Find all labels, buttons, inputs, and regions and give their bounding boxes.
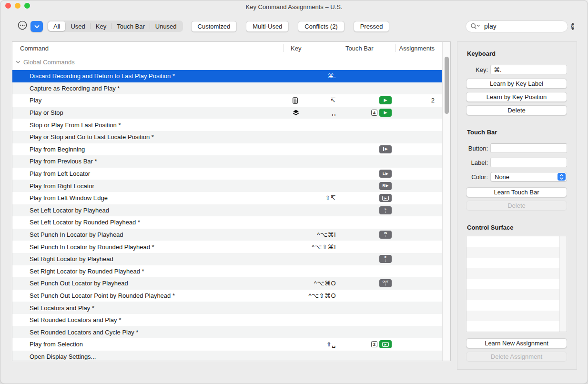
command-name: Set Rounded Locators and Cycle Play *	[12, 329, 284, 336]
scrollbar-thumb[interactable]	[445, 57, 449, 114]
command-name: Set Left Locator by Rounded Playhead *	[12, 219, 284, 226]
command-name: Set Right Locator by Playhead	[12, 255, 284, 263]
key-cell: ^⌥⇧⌘O	[284, 292, 339, 299]
control-surface-empty-row	[466, 258, 567, 268]
conflicts-2-button[interactable]: Conflicts (2)	[298, 21, 344, 32]
column-header-key[interactable]: Key	[284, 45, 339, 52]
command-row[interactable]: Play↸▶2	[12, 94, 450, 107]
learn-touch-bar-button[interactable]: Learn Touch Bar	[466, 187, 567, 197]
chevron-down-icon	[34, 22, 40, 30]
command-name: Set Right Locator by Rounded Playhead *	[12, 268, 284, 275]
command-name: Play	[12, 97, 284, 104]
command-row[interactable]: Play from Right LocatorR▶	[12, 180, 450, 192]
control-surface-empty-row	[466, 321, 567, 332]
key-field[interactable]	[490, 65, 567, 74]
keyboard-delete-button[interactable]: Delete	[466, 105, 567, 115]
touchbar-color-popup[interactable]: None	[490, 172, 567, 182]
command-name: Play from Left Locator	[12, 170, 284, 177]
window-title: Key Command Assignments – U.S.	[0, 3, 588, 10]
touchbar-cell: ▶	[339, 194, 395, 202]
search-field[interactable]: ×	[466, 20, 568, 32]
command-row[interactable]: Set Punch Out Locator Point by Rounded P…	[12, 290, 450, 302]
command-row[interactable]: Play from Beginning▶	[12, 143, 450, 156]
touchbar-cell: ▶	[339, 145, 395, 153]
key-shortcut: ⇧␣	[326, 341, 336, 348]
key-cell: ^⌥⇧⌘I	[284, 243, 339, 251]
segment-unused[interactable]: Unused	[150, 21, 182, 31]
group-row-global-commands[interactable]: Global Commands	[12, 54, 450, 70]
segment-all[interactable]: All	[48, 21, 65, 31]
action-menu-button[interactable]	[17, 21, 28, 32]
command-row[interactable]: Set Locators and Play *	[12, 302, 450, 314]
control-surface-empty-row	[466, 311, 567, 321]
segment-touch-bar[interactable]: Touch Bar	[112, 21, 150, 31]
command-name: Set Left Locator by Playhead	[12, 207, 284, 214]
options-dropdown-button[interactable]	[30, 21, 43, 32]
control-surface-scrollbar[interactable]	[559, 236, 567, 332]
command-row[interactable]: Play from Selection⇧␣2▶	[12, 338, 450, 351]
key-cell: ⌘.	[284, 72, 339, 80]
key-cell: ↸	[284, 97, 339, 104]
command-name: Play or Stop	[12, 109, 284, 116]
key-cell: ^⌥⌘I	[284, 231, 339, 238]
touchbar-button-label: Button:	[457, 145, 488, 152]
command-row[interactable]: Play from Left LocatorL▶	[12, 168, 450, 180]
command-row[interactable]: Discard Recording and Return to Last Pla…	[12, 70, 450, 82]
command-row[interactable]: Set Rounded Locators and Cycle Play *	[12, 326, 450, 338]
command-name: Play or Stop and Go to Last Locate Posit…	[12, 133, 284, 141]
touchbar-cell: ▶	[339, 96, 395, 104]
command-row[interactable]: Set Right Locator by PlayheadR↓	[12, 253, 450, 265]
command-row[interactable]: Stop or Play From Last Position *	[12, 119, 450, 131]
clear-search-icon[interactable]: ×	[571, 23, 574, 30]
segment-key[interactable]: Key	[91, 21, 112, 31]
command-row[interactable]: Set Right Locator by Rounded Playhead *	[12, 265, 450, 278]
pressed-button[interactable]: Pressed	[354, 21, 390, 32]
key-command-table: Command Key Touch Bar Assignments Global…	[12, 41, 451, 361]
play-green-framed-icon: ▶	[379, 340, 392, 348]
touchbar-cell: 2▶	[339, 340, 395, 348]
command-row[interactable]: Play or Stop and Go to Last Locate Posit…	[12, 131, 450, 143]
column-header-touchbar[interactable]: Touch Bar	[339, 45, 395, 52]
touchbar-cell: R▶	[339, 182, 395, 190]
command-name: Open Display Settings...	[12, 353, 284, 360]
column-header-command[interactable]: Command	[12, 45, 284, 52]
touchbar-label-field[interactable]	[490, 158, 567, 167]
delete-assignment-button: Delete Assignment	[466, 352, 567, 362]
command-row[interactable]: Open Display Settings...	[12, 351, 450, 361]
command-row[interactable]: Set Punch In Locator by Rounded Playhead…	[12, 241, 450, 253]
ellipsis-circle-icon	[17, 20, 28, 32]
command-name: Discard Recording and Return to Last Pla…	[12, 72, 284, 80]
multi-used-button[interactable]: Multi-Used	[246, 21, 289, 32]
touchbar-cell: R↓	[339, 255, 395, 263]
control-surface-list[interactable]	[466, 236, 567, 332]
command-row[interactable]: Set Left Locator by Rounded Playhead *	[12, 216, 450, 229]
command-row[interactable]: Play or Stop␣4▶	[12, 107, 450, 119]
disclosure-chevron-icon[interactable]	[16, 61, 20, 64]
command-row[interactable]: Play from Left Window Edge⇧↸▶	[12, 192, 450, 204]
command-row[interactable]: Set Punch In Locator by Playhead^⌥⌘IIN↓	[12, 229, 450, 241]
command-row[interactable]: Play from Previous Bar *	[12, 155, 450, 168]
key-shortcut: ⇧↸	[325, 194, 336, 202]
segment-used[interactable]: Used	[65, 21, 90, 31]
customized-button[interactable]: Customized	[191, 21, 237, 32]
control-surface-empty-row	[466, 236, 567, 247]
key-shortcut: ^⌥⌘I	[317, 231, 336, 238]
search-input[interactable]	[483, 22, 571, 30]
command-name: Set Punch Out Locator by Playhead	[12, 280, 284, 287]
touchbar-section-heading: Touch Bar	[467, 129, 577, 136]
command-row[interactable]: Set Punch Out Locator by Playhead^⌥⌘OOUT…	[12, 277, 450, 290]
key-field-label: Key:	[457, 66, 488, 73]
table-scrollbar[interactable]	[442, 42, 450, 361]
touchbar-button-field[interactable]	[490, 143, 567, 153]
learn-new-assignment-button[interactable]: Learn New Assignment	[466, 338, 567, 348]
command-row[interactable]: Set Rounded Locators and Play *	[12, 314, 450, 326]
control-surface-empty-row	[466, 279, 567, 289]
command-row[interactable]: Capture as Recording and Play *	[12, 82, 450, 95]
command-row[interactable]: Set Left Locator by PlayheadL↓	[12, 204, 450, 217]
command-name: Play from Left Window Edge	[12, 194, 284, 202]
play-from-right-locator-icon: R▶	[379, 182, 392, 190]
learn-by-key-label-button[interactable]: Learn by Key Label	[466, 79, 567, 89]
play-from-left-locator-icon: L▶	[379, 170, 392, 178]
learn-by-key-position-button[interactable]: Learn by Key Position	[466, 92, 567, 102]
table-header: Command Key Touch Bar Assignments	[12, 42, 450, 55]
